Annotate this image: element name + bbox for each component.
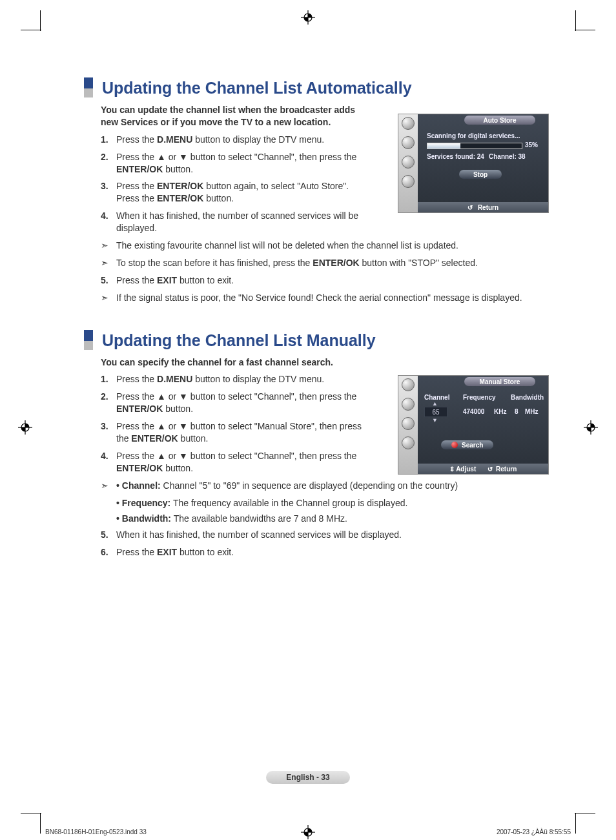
osd-auto-store: Auto Store Scanning for digital services… — [398, 114, 549, 213]
bullet-item: • Frequency: The frequency available in … — [116, 497, 549, 509]
footer-filename: BN68-01186H-01Eng-0523.indd 33 — [45, 828, 147, 835]
osd-bandwidth-value: 8 — [515, 408, 518, 415]
step-item: 3.Press the ENTER/OK button again, to se… — [101, 180, 372, 205]
osd-footer: ⇕ Adjust ↺ Return — [418, 464, 548, 474]
registration-mark-icon — [301, 825, 315, 839]
note-arrow-icon: ➣ — [101, 240, 116, 252]
bullet-item: • Bandwidth: The available bandwidths ar… — [116, 513, 549, 525]
section-intro: You can update the channel list when the… — [101, 104, 372, 128]
arrow-up-icon: ▲ — [432, 400, 438, 407]
note-arrow-icon: ➣ — [101, 292, 116, 304]
page-number-pill: English - 33 — [266, 771, 350, 784]
step-item: 6.Press the EXIT button to exit. — [101, 546, 549, 558]
section-title: Updating the Channel List Automatically — [102, 77, 412, 97]
osd-nav-icon — [402, 175, 415, 188]
note-item: ➣If the signal status is poor, the "No S… — [101, 292, 549, 304]
red-dot-icon — [451, 442, 458, 448]
section-header-manual: Updating the Channel List Manually — [84, 330, 549, 350]
osd-nav-icon — [402, 156, 415, 169]
osd-nav-icon — [402, 378, 415, 391]
registration-mark-icon — [584, 420, 598, 435]
osd-channel-value[interactable]: 65 — [424, 407, 447, 417]
osd-channel-num: Channel: 38 — [489, 153, 526, 160]
osd-col-header: Frequency — [463, 394, 496, 401]
osd-nav-icon — [402, 398, 415, 411]
return-icon: ↺ — [467, 204, 474, 210]
step-item: 4.Press the ▲ or ▼ button to select "Cha… — [101, 450, 372, 475]
osd-progress-bar — [427, 143, 522, 149]
osd-nav-icon — [402, 117, 415, 130]
accent-bar-icon — [84, 77, 93, 97]
registration-mark-icon — [18, 420, 32, 435]
osd-tab: Auto Store — [464, 116, 535, 125]
note-arrow-icon: ➣ — [101, 257, 116, 269]
step-item: 2.Press the ▲ or ▼ button to select "Cha… — [101, 391, 372, 415]
arrow-down-icon: ▼ — [432, 417, 438, 424]
adjust-icon: ⇕ — [449, 466, 455, 473]
step-item: 5.When it has finished, the number of sc… — [101, 529, 549, 541]
osd-services-found: Services found: 24 — [427, 153, 484, 160]
section-header-auto: Updating the Channel List Automatically — [84, 77, 549, 97]
osd-manual-store: Manual Store Channel Frequency Bandwidth… — [398, 375, 549, 475]
step-item: 3.Press the ▲ or ▼ button to select "Man… — [101, 420, 372, 445]
note-item: ➣To stop the scan before it has finished… — [101, 257, 549, 269]
osd-search-button[interactable]: Search — [441, 440, 493, 449]
step-item: 2.Press the ▲ or ▼ button to select "Cha… — [101, 151, 372, 176]
osd-nav-icon — [402, 417, 415, 430]
step-item: 1.Press the D.MENU button to display the… — [101, 134, 372, 146]
note-arrow-icon: ➣ — [101, 480, 116, 492]
osd-status-text: Scanning for digital services... — [427, 132, 520, 139]
section-title: Updating the Channel List Manually — [102, 330, 376, 350]
osd-frequency-value: 474000 — [463, 408, 484, 415]
osd-stop-button[interactable]: Stop — [459, 170, 502, 179]
osd-nav-icon — [402, 436, 415, 449]
note-item: ➣ • Channel: Channel "5" to "69" in sequ… — [101, 480, 549, 492]
step-item: 5.Press the EXIT button to exit. — [101, 274, 549, 287]
osd-nav-icon — [402, 136, 415, 149]
step-item: 4.When it has finished, the number of sc… — [101, 210, 372, 234]
osd-frequency-unit: KHz — [494, 408, 506, 415]
osd-bandwidth-unit: MHz — [525, 408, 539, 415]
osd-footer: ↺Return — [418, 202, 548, 212]
footer-timestamp: 2007-05-23 ¿ÀÀü 8:55:55 — [497, 828, 571, 835]
osd-col-header: Bandwidth — [511, 394, 544, 401]
note-item: ➣The existing favourite channel list wil… — [101, 240, 549, 252]
return-icon: ↺ — [488, 466, 494, 472]
osd-progress-percent: 35% — [525, 141, 538, 149]
osd-tab: Manual Store — [464, 377, 535, 386]
section-intro: You can specify the channel for a fast c… — [101, 356, 372, 369]
registration-mark-icon — [301, 10, 315, 25]
step-item: 1.Press the D.MENU button to display the… — [101, 373, 372, 385]
accent-bar-icon — [84, 330, 93, 350]
